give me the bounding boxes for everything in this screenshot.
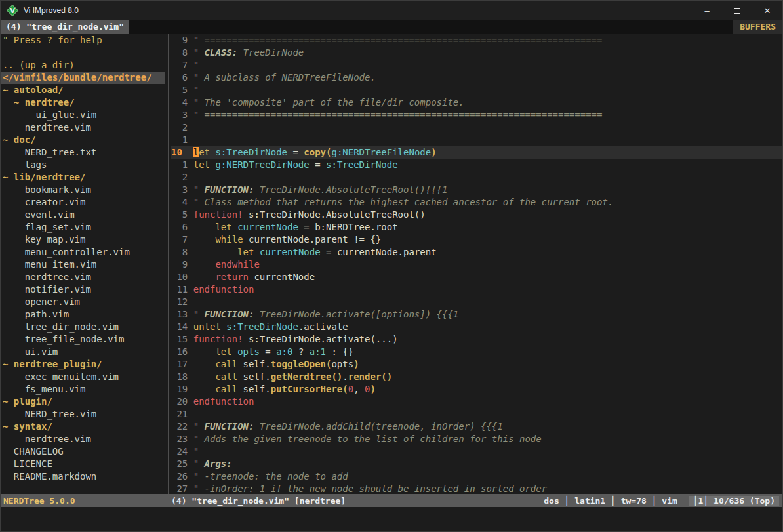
code-line[interactable]: 4" Class method that returns the highest… bbox=[171, 196, 782, 209]
tree-item[interactable]: ~ nerdtree_plugin/ bbox=[3, 358, 165, 371]
tree-item[interactable]: NERD_tree.vim bbox=[3, 408, 165, 420]
code-line[interactable]: 23" Adds the given treenode to the list … bbox=[171, 433, 782, 445]
tree-item[interactable]: ~ autoload/ bbox=[3, 84, 165, 96]
tree-item[interactable]: tags bbox=[3, 159, 165, 171]
code-line[interactable]: 20endfunction bbox=[171, 396, 782, 408]
code-line[interactable]: 5" bbox=[171, 84, 782, 96]
code-line[interactable]: 4" The 'composite' part of the file/dir … bbox=[171, 96, 782, 109]
vertical-split-handle[interactable] bbox=[165, 34, 171, 494]
tree-item[interactable]: ~ doc/ bbox=[3, 134, 165, 146]
tree-item[interactable]: ~ lib/nerdtree/ bbox=[3, 171, 165, 184]
code-line[interactable]: 26" -treenode: the node to add bbox=[171, 470, 782, 483]
code-line[interactable]: 8" CLASS: TreeDirNode bbox=[171, 47, 782, 59]
tree-item[interactable]: tree_file_node.vim bbox=[3, 333, 165, 346]
code-text: call self.putCursorHere(0, 0) bbox=[193, 384, 376, 394]
tree-item[interactable]: LICENCE bbox=[3, 458, 165, 470]
tree-item[interactable]: README.markdown bbox=[3, 470, 165, 483]
tree-item[interactable]: exec_menuitem.vim bbox=[3, 371, 165, 383]
code-line[interactable]: 14unlet s:TreeDirNode.activate bbox=[171, 321, 782, 333]
nerdtree-pane: " Press ? for help.. (up a dir)</vimfile… bbox=[1, 34, 165, 494]
code-line[interactable]: 15function! s:TreeDirNode.activate(...) bbox=[171, 333, 782, 346]
code-line[interactable]: 7 while currentNode.parent != {} bbox=[171, 234, 782, 246]
code-line[interactable]: 19 call self.putCursorHere(0, 0) bbox=[171, 383, 782, 396]
tree-item[interactable]: fs_menu.vim bbox=[3, 383, 165, 396]
code-line[interactable]: 5function! s:TreeDirNode.AbsoluteTreeRoo… bbox=[171, 209, 782, 221]
maximize-button[interactable] bbox=[722, 1, 752, 20]
code-line[interactable]: 2 bbox=[171, 121, 782, 134]
code-line[interactable]: 9" =====================================… bbox=[171, 34, 782, 47]
code-line[interactable]: 12 bbox=[171, 296, 782, 308]
tree-item[interactable]: creator.vim bbox=[3, 196, 165, 209]
code-line[interactable]: 3" =====================================… bbox=[171, 109, 782, 121]
code-line[interactable]: 6" A subclass of NERDTreeFileNode. bbox=[171, 72, 782, 84]
code-line[interactable]: 27" -inOrder: 1 if the new node should b… bbox=[171, 483, 782, 494]
tree-root-path[interactable]: </vimfiles/bundle/nerdtree/ bbox=[1, 72, 165, 84]
code-text: let opts = a:0 ? a:1 : {} bbox=[193, 346, 354, 357]
line-number: 2 bbox=[171, 171, 188, 184]
code-line[interactable]: 3" FUNCTION: TreeDirNode.AbsoluteTreeRoo… bbox=[171, 184, 782, 196]
code-line[interactable]: 13" FUNCTION: TreeDirNode.activate([opti… bbox=[171, 308, 782, 321]
code-line[interactable]: 1let g:NERDTreeDirNode = s:TreeDirNode bbox=[171, 159, 782, 171]
minimize-button[interactable]: – bbox=[692, 1, 722, 20]
tree-item[interactable]: ~ syntax/ bbox=[3, 420, 165, 433]
line-number: 9 bbox=[171, 258, 188, 271]
tree-item[interactable]: tree_dir_node.vim bbox=[3, 321, 165, 333]
tree-item[interactable]: ui.vim bbox=[3, 346, 165, 358]
code-line[interactable]: 10 return currentNode bbox=[171, 271, 782, 283]
code-text: function! s:TreeDirNode.AbsoluteTreeRoot… bbox=[193, 209, 426, 220]
code-line[interactable]: 21 bbox=[171, 408, 782, 420]
code-text: endfunction bbox=[193, 396, 254, 407]
tree-item[interactable]: opener.vim bbox=[3, 296, 165, 308]
code-text: endwhile bbox=[193, 259, 260, 270]
tree-item[interactable] bbox=[3, 47, 165, 59]
code-line[interactable]: 17 call self.toggleOpen(opts) bbox=[171, 358, 782, 371]
line-number: 6 bbox=[171, 72, 188, 84]
tree-item[interactable]: nerdtree.vim bbox=[3, 433, 165, 445]
tree-item[interactable]: nerdtree.vim bbox=[3, 271, 165, 283]
code-line[interactable]: 7" bbox=[171, 59, 782, 72]
tree-item[interactable]: NERD_tree.txt bbox=[3, 146, 165, 159]
code-line[interactable]: 22" FUNCTION: TreeDirNode.addChild(treen… bbox=[171, 420, 782, 433]
code-text: call self.toggleOpen(opts) bbox=[193, 359, 359, 369]
tree-item[interactable]: menu_item.vim bbox=[3, 258, 165, 271]
tree-item[interactable]: .. (up a dir) bbox=[3, 59, 165, 72]
tab-tree-dir-node[interactable]: (4) "tree_dir_node.vim" bbox=[1, 20, 129, 34]
code-line[interactable]: 11endfunction bbox=[171, 283, 782, 296]
code-line[interactable]: 16 let opts = a:0 ? a:1 : {} bbox=[171, 346, 782, 358]
tree-item[interactable]: ~ plugin/ bbox=[3, 396, 165, 408]
code-text: let currentNode = b:NERDTree.root bbox=[193, 222, 398, 232]
line-number: 6 bbox=[171, 221, 188, 234]
tree-item[interactable]: bookmark.vim bbox=[3, 184, 165, 196]
tree-item[interactable]: notifier.vim bbox=[3, 283, 165, 296]
cursor-block: l bbox=[193, 147, 199, 157]
buffers-label: BUFFERS bbox=[733, 20, 782, 34]
tree-item[interactable]: ~ nerdtree/ bbox=[3, 96, 165, 109]
titlebar: V Vi IMproved 8.0 – ✕ bbox=[1, 1, 782, 20]
code-line[interactable]: 18 call self.getNerdtree().render() bbox=[171, 371, 782, 383]
tree-item[interactable]: flag_set.vim bbox=[3, 221, 165, 234]
status-bar: NERDTree 5.0.0 (4) "tree_dir_node.vim" [… bbox=[1, 494, 782, 507]
tree-item[interactable]: menu_controller.vim bbox=[3, 246, 165, 258]
tree-item[interactable]: " Press ? for help bbox=[3, 34, 165, 47]
code-line[interactable]: 2 bbox=[171, 171, 782, 184]
code-line[interactable]: 6 let currentNode = b:NERDTree.root bbox=[171, 221, 782, 234]
tree-item[interactable]: key_map.vim bbox=[3, 234, 165, 246]
code-line-current[interactable]: 10let s:TreeDirNode = copy(g:NERDTreeFil… bbox=[171, 146, 782, 159]
tree-item[interactable]: ui_glue.vim bbox=[3, 109, 165, 121]
statusline-right: dos │ latin1 │ tw=78 │ vim │1│ 10/636 (T… bbox=[544, 496, 782, 506]
tree-item[interactable]: path.vim bbox=[3, 308, 165, 321]
tree-item[interactable]: CHANGELOG bbox=[3, 445, 165, 458]
line-number: 14 bbox=[171, 321, 188, 333]
tree-item[interactable]: nerdtree.vim bbox=[3, 121, 165, 134]
minimize-icon: – bbox=[704, 6, 709, 16]
code-text: let g:NERDTreeDirNode = s:TreeDirNode bbox=[193, 159, 398, 170]
close-button[interactable]: ✕ bbox=[752, 1, 782, 20]
code-line[interactable]: 8 let currentNode = currentNode.parent bbox=[171, 246, 782, 258]
code-text: " ======================================… bbox=[193, 35, 603, 45]
tree-item[interactable]: event.vim bbox=[3, 209, 165, 221]
code-line[interactable]: 1 bbox=[171, 134, 782, 146]
code-line[interactable]: 9 endwhile bbox=[171, 258, 782, 271]
code-line[interactable]: 25" Args: bbox=[171, 458, 782, 470]
code-line[interactable]: 24" bbox=[171, 445, 782, 458]
command-line[interactable] bbox=[1, 507, 782, 531]
